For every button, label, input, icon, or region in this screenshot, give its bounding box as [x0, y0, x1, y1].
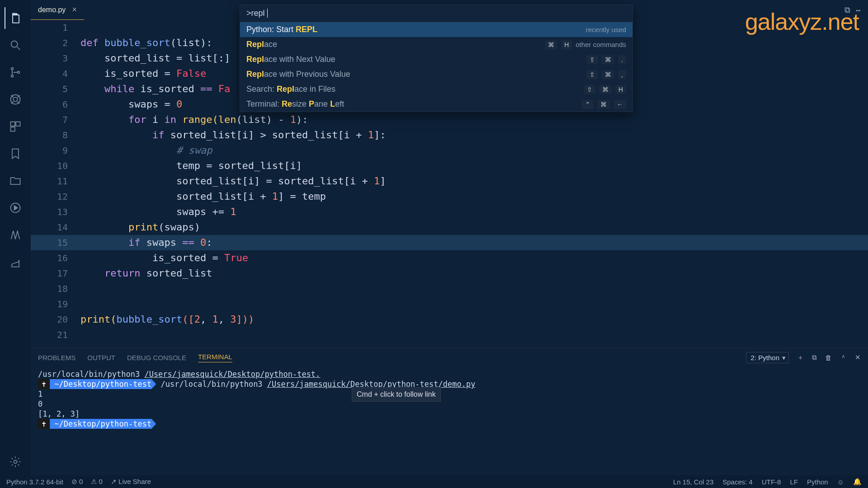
- panel: PROBLEMS OUTPUT DEBUG CONSOLE TERMINAL 2…: [31, 348, 868, 475]
- run-icon[interactable]: [5, 197, 26, 219]
- svg-rect-7: [16, 122, 20, 126]
- command-palette: >repl Python: Start REPL recently used R…: [240, 5, 633, 112]
- tab-label: demo.py: [38, 6, 66, 14]
- status-encoding[interactable]: UTF-8: [762, 478, 781, 486]
- palette-item[interactable]: Replace with Previous Value ⇧⌘,: [240, 67, 632, 82]
- palette-item[interactable]: Search: Replace in Files ⇧⌘H: [240, 82, 632, 97]
- status-warnings[interactable]: ⚠ 0: [91, 478, 103, 486]
- status-language[interactable]: Python: [807, 478, 828, 486]
- tab-debug-console[interactable]: DEBUG CONSOLE: [127, 354, 186, 361]
- status-python[interactable]: Python 3.7.2 64-bit: [6, 478, 63, 486]
- prompt-symbol: ✝: [38, 379, 50, 389]
- terminal-content[interactable]: /usr/local/bin/python3 /Users/jamesquick…: [31, 366, 868, 432]
- palette-item[interactable]: Replace ⌘Hother commands: [240, 37, 632, 52]
- status-bar: Python 3.7.2 64-bit ⊘ 0 ⚠ 0 ↗ Live Share…: [0, 475, 868, 488]
- misc-icon-1[interactable]: [5, 224, 26, 246]
- search-icon[interactable]: [5, 34, 26, 56]
- new-terminal-icon[interactable]: ＋: [797, 353, 804, 362]
- bell-icon[interactable]: 🔔: [853, 478, 862, 486]
- status-spaces[interactable]: Spaces: 4: [722, 478, 753, 486]
- close-panel-icon[interactable]: ✕: [855, 353, 861, 361]
- svg-point-0: [11, 41, 18, 47]
- split-terminal-icon[interactable]: ⧉: [812, 353, 817, 361]
- misc-icon-2[interactable]: [5, 251, 26, 273]
- close-icon[interactable]: ×: [72, 5, 77, 14]
- folder-icon[interactable]: [5, 170, 26, 192]
- tab-problems[interactable]: PROBLEMS: [38, 354, 75, 361]
- status-errors[interactable]: ⊘ 0: [71, 478, 83, 486]
- palette-item[interactable]: Terminal: Resize Pane Left ⌃⌘←: [240, 97, 632, 112]
- status-ln-col[interactable]: Ln 15, Col 23: [673, 478, 713, 486]
- palette-item[interactable]: Replace with Next Value ⇧⌘.: [240, 52, 632, 67]
- palette-item[interactable]: Python: Start REPL recently used: [240, 22, 632, 37]
- status-eol[interactable]: LF: [790, 478, 798, 486]
- svg-point-1: [11, 68, 14, 70]
- command-palette-input[interactable]: >repl: [240, 5, 632, 22]
- debug-icon[interactable]: [5, 89, 26, 110]
- svg-point-10: [14, 460, 17, 464]
- tab-output[interactable]: OUTPUT: [87, 354, 115, 361]
- panel-tabs: PROBLEMS OUTPUT DEBUG CONSOLE TERMINAL 2…: [31, 348, 868, 366]
- gear-icon[interactable]: [5, 451, 26, 473]
- source-control-icon[interactable]: [5, 61, 26, 83]
- watermark-text: galaxyz.net: [745, 8, 859, 35]
- svg-rect-6: [11, 122, 15, 126]
- extensions-icon[interactable]: [5, 116, 26, 137]
- explorer-icon[interactable]: [5, 7, 26, 29]
- tab-terminal[interactable]: TERMINAL: [198, 353, 232, 362]
- prompt-path: ~/Desktop/python-test: [50, 379, 156, 389]
- svg-point-5: [13, 97, 17, 101]
- line-number: 1: [31, 20, 80, 35]
- terminal-selector[interactable]: 2: Python: [746, 352, 789, 363]
- bookmark-icon[interactable]: [5, 143, 26, 164]
- maximize-panel-icon[interactable]: ＾: [840, 353, 847, 362]
- tab-demo-py[interactable]: demo.py ×: [31, 0, 84, 20]
- link-tooltip: Cmd + click to follow link: [352, 387, 441, 402]
- feedback-icon[interactable]: ☺: [837, 478, 844, 486]
- svg-rect-8: [11, 127, 15, 131]
- activity-bar: [0, 0, 31, 475]
- kill-terminal-icon[interactable]: 🗑: [825, 354, 832, 361]
- svg-point-2: [11, 75, 14, 77]
- svg-point-3: [18, 71, 20, 74]
- status-liveshare[interactable]: ↗ Live Share: [111, 478, 151, 486]
